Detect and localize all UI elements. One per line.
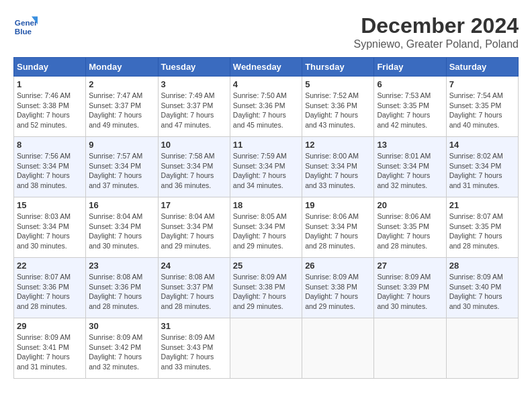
day-info: Sunrise: 8:06 AMSunset: 3:35 PMDaylight:… bbox=[377, 212, 443, 251]
day-info: Sunrise: 7:56 AMSunset: 3:34 PMDaylight:… bbox=[17, 151, 83, 191]
location-title: Sypniewo, Greater Poland, Poland bbox=[354, 38, 519, 50]
day-number: 16 bbox=[89, 200, 154, 210]
day-info: Sunrise: 7:46 AMSunset: 3:38 PMDaylight:… bbox=[17, 91, 83, 130]
calendar-cell: 11Sunrise: 7:59 AMSunset: 3:34 PMDayligh… bbox=[230, 137, 302, 197]
day-info: Sunrise: 8:09 AMSunset: 3:43 PMDaylight:… bbox=[161, 332, 227, 372]
day-info: Sunrise: 7:52 AMSunset: 3:36 PMDaylight:… bbox=[305, 91, 371, 130]
calendar-cell: 24Sunrise: 8:08 AMSunset: 3:37 PMDayligh… bbox=[158, 258, 230, 318]
weekday-header: Tuesday bbox=[158, 58, 230, 77]
calendar-cell: 10Sunrise: 7:58 AMSunset: 3:34 PMDayligh… bbox=[158, 137, 230, 197]
day-info: Sunrise: 7:57 AMSunset: 3:34 PMDaylight:… bbox=[89, 151, 154, 191]
day-number: 25 bbox=[233, 261, 299, 271]
calendar-table: SundayMondayTuesdayWednesdayThursdayFrid… bbox=[13, 57, 519, 379]
weekday-header: Monday bbox=[86, 58, 158, 77]
day-number: 15 bbox=[17, 200, 83, 210]
day-info: Sunrise: 8:08 AMSunset: 3:36 PMDaylight:… bbox=[89, 272, 154, 312]
day-info: Sunrise: 7:54 AMSunset: 3:35 PMDaylight:… bbox=[449, 91, 515, 130]
day-number: 4 bbox=[233, 79, 299, 89]
calendar-header: SundayMondayTuesdayWednesdayThursdayFrid… bbox=[14, 58, 519, 77]
calendar-cell: 31Sunrise: 8:09 AMSunset: 3:43 PMDayligh… bbox=[158, 318, 230, 379]
day-number: 29 bbox=[17, 321, 83, 331]
calendar-cell: 28Sunrise: 8:09 AMSunset: 3:40 PMDayligh… bbox=[446, 258, 518, 318]
calendar-cell: 19Sunrise: 8:06 AMSunset: 3:34 PMDayligh… bbox=[302, 197, 374, 258]
calendar-cell bbox=[302, 318, 374, 379]
calendar-cell: 7Sunrise: 7:54 AMSunset: 3:35 PMDaylight… bbox=[446, 77, 518, 137]
day-info: Sunrise: 8:09 AMSunset: 3:40 PMDaylight:… bbox=[449, 272, 515, 312]
day-info: Sunrise: 8:09 AMSunset: 3:38 PMDaylight:… bbox=[305, 272, 371, 312]
day-info: Sunrise: 8:04 AMSunset: 3:34 PMDaylight:… bbox=[89, 212, 154, 251]
day-number: 28 bbox=[449, 261, 515, 271]
day-number: 6 bbox=[377, 79, 443, 89]
day-number: 3 bbox=[161, 79, 227, 89]
day-info: Sunrise: 8:09 AMSunset: 3:39 PMDaylight:… bbox=[377, 272, 443, 312]
day-number: 11 bbox=[233, 140, 299, 150]
day-number: 8 bbox=[17, 140, 83, 150]
calendar-cell bbox=[374, 318, 446, 379]
day-info: Sunrise: 7:47 AMSunset: 3:37 PMDaylight:… bbox=[89, 91, 154, 130]
calendar-cell: 2Sunrise: 7:47 AMSunset: 3:37 PMDaylight… bbox=[86, 77, 158, 137]
day-number: 1 bbox=[17, 79, 83, 89]
calendar-cell: 20Sunrise: 8:06 AMSunset: 3:35 PMDayligh… bbox=[374, 197, 446, 258]
calendar-cell: 26Sunrise: 8:09 AMSunset: 3:38 PMDayligh… bbox=[302, 258, 374, 318]
day-number: 9 bbox=[89, 140, 154, 150]
calendar-week-row: 15Sunrise: 8:03 AMSunset: 3:34 PMDayligh… bbox=[14, 197, 519, 258]
day-number: 10 bbox=[161, 140, 227, 150]
day-number: 2 bbox=[89, 79, 154, 89]
day-info: Sunrise: 8:02 AMSunset: 3:34 PMDaylight:… bbox=[449, 151, 515, 191]
day-number: 14 bbox=[449, 140, 515, 150]
calendar-cell: 15Sunrise: 8:03 AMSunset: 3:34 PMDayligh… bbox=[14, 197, 86, 258]
day-info: Sunrise: 8:00 AMSunset: 3:34 PMDaylight:… bbox=[305, 151, 371, 191]
day-info: Sunrise: 7:49 AMSunset: 3:37 PMDaylight:… bbox=[161, 91, 227, 130]
calendar-cell: 29Sunrise: 8:09 AMSunset: 3:41 PMDayligh… bbox=[14, 318, 86, 379]
day-info: Sunrise: 8:05 AMSunset: 3:34 PMDaylight:… bbox=[233, 212, 299, 251]
day-number: 21 bbox=[449, 200, 515, 210]
weekday-header: Wednesday bbox=[230, 58, 302, 77]
day-number: 30 bbox=[89, 321, 154, 331]
day-number: 23 bbox=[89, 261, 154, 271]
day-info: Sunrise: 8:09 AMSunset: 3:41 PMDaylight:… bbox=[17, 332, 83, 372]
calendar-cell: 8Sunrise: 7:56 AMSunset: 3:34 PMDaylight… bbox=[14, 137, 86, 197]
day-number: 12 bbox=[305, 140, 371, 150]
day-info: Sunrise: 7:50 AMSunset: 3:36 PMDaylight:… bbox=[233, 91, 299, 130]
calendar-cell: 22Sunrise: 8:07 AMSunset: 3:36 PMDayligh… bbox=[14, 258, 86, 318]
day-number: 19 bbox=[305, 200, 371, 210]
calendar-cell: 13Sunrise: 8:01 AMSunset: 3:34 PMDayligh… bbox=[374, 137, 446, 197]
day-number: 7 bbox=[449, 79, 515, 89]
day-number: 27 bbox=[377, 261, 443, 271]
day-info: Sunrise: 8:04 AMSunset: 3:34 PMDaylight:… bbox=[161, 212, 227, 251]
day-number: 24 bbox=[161, 261, 227, 271]
calendar-week-row: 29Sunrise: 8:09 AMSunset: 3:41 PMDayligh… bbox=[14, 318, 519, 379]
day-info: Sunrise: 8:07 AMSunset: 3:35 PMDaylight:… bbox=[449, 212, 515, 251]
calendar-cell: 23Sunrise: 8:08 AMSunset: 3:36 PMDayligh… bbox=[86, 258, 158, 318]
weekday-header: Saturday bbox=[446, 58, 518, 77]
calendar-cell: 6Sunrise: 7:53 AMSunset: 3:35 PMDaylight… bbox=[374, 77, 446, 137]
day-info: Sunrise: 8:09 AMSunset: 3:42 PMDaylight:… bbox=[89, 332, 154, 372]
calendar-body: 1Sunrise: 7:46 AMSunset: 3:38 PMDaylight… bbox=[14, 77, 519, 379]
calendar-cell: 21Sunrise: 8:07 AMSunset: 3:35 PMDayligh… bbox=[446, 197, 518, 258]
calendar-cell: 30Sunrise: 8:09 AMSunset: 3:42 PMDayligh… bbox=[86, 318, 158, 379]
weekday-header: Sunday bbox=[14, 58, 86, 77]
day-info: Sunrise: 8:08 AMSunset: 3:37 PMDaylight:… bbox=[161, 272, 227, 312]
calendar-cell: 12Sunrise: 8:00 AMSunset: 3:34 PMDayligh… bbox=[302, 137, 374, 197]
day-number: 31 bbox=[161, 321, 227, 331]
day-info: Sunrise: 8:06 AMSunset: 3:34 PMDaylight:… bbox=[305, 212, 371, 251]
day-number: 13 bbox=[377, 140, 443, 150]
day-number: 20 bbox=[377, 200, 443, 210]
calendar-cell: 18Sunrise: 8:05 AMSunset: 3:34 PMDayligh… bbox=[230, 197, 302, 258]
day-info: Sunrise: 8:09 AMSunset: 3:38 PMDaylight:… bbox=[233, 272, 299, 312]
calendar-cell: 27Sunrise: 8:09 AMSunset: 3:39 PMDayligh… bbox=[374, 258, 446, 318]
calendar-cell bbox=[446, 318, 518, 379]
calendar-cell: 16Sunrise: 8:04 AMSunset: 3:34 PMDayligh… bbox=[86, 197, 158, 258]
calendar-cell: 1Sunrise: 7:46 AMSunset: 3:38 PMDaylight… bbox=[14, 77, 86, 137]
svg-text:Blue: Blue bbox=[15, 27, 32, 36]
logo-icon: General Blue bbox=[13, 13, 38, 38]
day-info: Sunrise: 7:59 AMSunset: 3:34 PMDaylight:… bbox=[233, 151, 299, 191]
logo: General Blue bbox=[13, 13, 38, 38]
day-info: Sunrise: 7:53 AMSunset: 3:35 PMDaylight:… bbox=[377, 91, 443, 130]
weekday-header: Thursday bbox=[302, 58, 374, 77]
day-number: 5 bbox=[305, 79, 371, 89]
page-header: General Blue December 2024 Sypniewo, Gre… bbox=[13, 13, 519, 50]
calendar-cell: 14Sunrise: 8:02 AMSunset: 3:34 PMDayligh… bbox=[446, 137, 518, 197]
calendar-cell: 5Sunrise: 7:52 AMSunset: 3:36 PMDaylight… bbox=[302, 77, 374, 137]
calendar-cell: 17Sunrise: 8:04 AMSunset: 3:34 PMDayligh… bbox=[158, 197, 230, 258]
